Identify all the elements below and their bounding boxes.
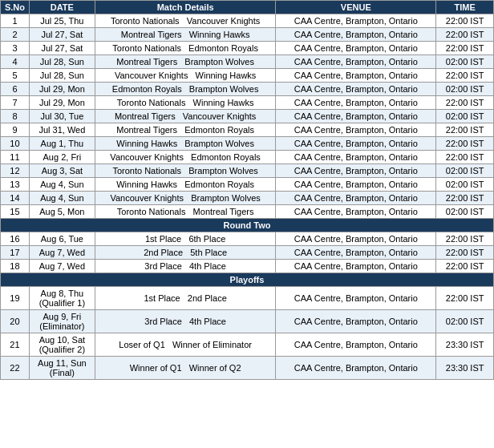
cell-sno: 15 bbox=[1, 205, 30, 219]
cell-venue: CAA Centre, Brampton, Ontario bbox=[276, 357, 436, 380]
cell-time: 02:00 IST bbox=[436, 83, 494, 96]
playoffs-header: Playoffs bbox=[1, 273, 494, 287]
cell-date: Jul 31, Wed bbox=[29, 123, 95, 137]
cell-venue: CAA Centre, Brampton, Ontario bbox=[276, 28, 436, 42]
table-row: 3 Jul 27, Sat Toronto Nationals Edmonton… bbox=[1, 42, 494, 55]
table-row: 19 Aug 8, Thu(Qualifier 1) 1st Place 2nd… bbox=[1, 287, 494, 310]
table-row: 2 Jul 27, Sat Montreal Tigers Winning Ha… bbox=[1, 28, 494, 42]
table-row: 4 Jul 28, Sun Montreal Tigers Brampton W… bbox=[1, 55, 494, 69]
cell-time: 02:00 IST bbox=[436, 178, 494, 192]
table-row: 13 Aug 4, Sun Winning Hawks Edmonton Roy… bbox=[1, 178, 494, 192]
table-row: 16 Aug 6, Tue 1st Place 6th Place CAA Ce… bbox=[1, 232, 494, 246]
cell-date: Jul 25, Thu bbox=[29, 14, 95, 28]
cell-venue: CAA Centre, Brampton, Ontario bbox=[276, 205, 436, 219]
cell-venue: CAA Centre, Brampton, Ontario bbox=[276, 42, 436, 55]
cell-date: Jul 27, Sat bbox=[29, 42, 95, 55]
cell-date: Aug 11, Sun(Final) bbox=[29, 357, 95, 380]
cell-time: 22:00 IST bbox=[436, 69, 494, 83]
cell-sno: 9 bbox=[1, 123, 30, 137]
cell-date: Jul 30, Tue bbox=[29, 110, 95, 123]
cell-date: Aug 4, Sun bbox=[29, 178, 95, 192]
cell-match: Vancouver Knights Edmonton Royals bbox=[95, 151, 276, 164]
cell-match: 1st Place 6th Place bbox=[95, 232, 276, 246]
cell-venue: CAA Centre, Brampton, Ontario bbox=[276, 55, 436, 69]
cell-time: 22:00 IST bbox=[436, 232, 494, 246]
cell-date-sub: (Qualifier 1) bbox=[39, 298, 85, 308]
cell-venue: CAA Centre, Brampton, Ontario bbox=[276, 192, 436, 205]
cell-time: 02:00 IST bbox=[436, 110, 494, 123]
cell-date: Aug 9, Fri(Eliminator) bbox=[29, 310, 95, 333]
cell-venue: CAA Centre, Brampton, Ontario bbox=[276, 123, 436, 137]
cell-match: Loser of Q1 Winner of Eliminator bbox=[95, 333, 276, 357]
cell-time: 22:00 IST bbox=[436, 123, 494, 137]
cell-date: Aug 1, Thu bbox=[29, 137, 95, 151]
table-row: 20 Aug 9, Fri(Eliminator) 3rd Place 4th … bbox=[1, 310, 494, 333]
cell-sno: 20 bbox=[1, 310, 30, 333]
cell-match: Montreal Tigers Vancouver Knights bbox=[95, 110, 276, 123]
cell-match: Montreal Tigers Edmonton Royals bbox=[95, 123, 276, 137]
cell-sno: 3 bbox=[1, 42, 30, 55]
table-row: 17 Aug 7, Wed 2nd Place 5th Place CAA Ce… bbox=[1, 246, 494, 260]
cell-sno: 13 bbox=[1, 178, 30, 192]
cell-time: 22:00 IST bbox=[436, 14, 494, 28]
cell-sno: 6 bbox=[1, 83, 30, 96]
cell-time: 22:00 IST bbox=[436, 42, 494, 55]
round-two-header: Round Two bbox=[1, 219, 494, 232]
cell-time: 23:30 IST bbox=[436, 357, 494, 380]
cell-sno: 1 bbox=[1, 14, 30, 28]
cell-date: Aug 6, Tue bbox=[29, 232, 95, 246]
cell-venue: CAA Centre, Brampton, Ontario bbox=[276, 232, 436, 246]
cell-match: 3rd Place 4th Place bbox=[95, 310, 276, 333]
cell-sno: 12 bbox=[1, 164, 30, 178]
table-row: 7 Jul 29, Mon Toronto Nationals Winning … bbox=[1, 96, 494, 110]
table-row: 6 Jul 29, Mon Edmonton Royals Brampton W… bbox=[1, 83, 494, 96]
cell-match: Toronto Nationals Vancouver Knights bbox=[95, 14, 276, 28]
cell-date: Jul 29, Mon bbox=[29, 96, 95, 110]
cell-match: Toronto Nationals Winning Hawks bbox=[95, 96, 276, 110]
cell-match: Winning Hawks Brampton Wolves bbox=[95, 137, 276, 151]
cell-venue: CAA Centre, Brampton, Ontario bbox=[276, 83, 436, 96]
cell-venue: CAA Centre, Brampton, Ontario bbox=[276, 260, 436, 273]
table-row: 12 Aug 3, Sat Toronto Nationals Brampton… bbox=[1, 164, 494, 178]
cell-sno: 16 bbox=[1, 232, 30, 246]
cell-match: Edmonton Royals Brampton Wolves bbox=[95, 83, 276, 96]
cell-time: 22:00 IST bbox=[436, 246, 494, 260]
cell-date: Aug 2, Fri bbox=[29, 151, 95, 164]
header-match: Match Details bbox=[95, 1, 276, 14]
cell-sno: 11 bbox=[1, 151, 30, 164]
table-row: 21 Aug 10, Sat(Qualifier 2) Loser of Q1 … bbox=[1, 333, 494, 357]
cell-time: 02:00 IST bbox=[436, 164, 494, 178]
cell-sno: 18 bbox=[1, 260, 30, 273]
cell-match: Montreal Tigers Winning Hawks bbox=[95, 28, 276, 42]
cell-sno: 5 bbox=[1, 69, 30, 83]
cell-date-sub: (Final) bbox=[50, 368, 75, 377]
cell-sno: 4 bbox=[1, 55, 30, 69]
table-row: 22 Aug 11, Sun(Final) Winner of Q1 Winne… bbox=[1, 357, 494, 380]
cell-time: 22:00 IST bbox=[436, 287, 494, 310]
cell-match: Winner of Q1 Winner of Q2 bbox=[95, 357, 276, 380]
cell-venue: CAA Centre, Brampton, Ontario bbox=[276, 164, 436, 178]
cell-sno: 17 bbox=[1, 246, 30, 260]
header-date: DATE bbox=[29, 1, 95, 14]
cell-match: 2nd Place 5th Place bbox=[95, 246, 276, 260]
cell-venue: CAA Centre, Brampton, Ontario bbox=[276, 14, 436, 28]
header-time: TIME bbox=[436, 1, 494, 14]
table-row: 10 Aug 1, Thu Winning Hawks Brampton Wol… bbox=[1, 137, 494, 151]
cell-match: Montreal Tigers Brampton Wolves bbox=[95, 55, 276, 69]
cell-date: Aug 3, Sat bbox=[29, 164, 95, 178]
header-sno: S.No bbox=[1, 1, 30, 14]
table-row: 8 Jul 30, Tue Montreal Tigers Vancouver … bbox=[1, 110, 494, 123]
cell-date-sub: (Eliminator) bbox=[39, 321, 84, 331]
cell-match: Toronto Nationals Montreal Tigers bbox=[95, 205, 276, 219]
cell-venue: CAA Centre, Brampton, Ontario bbox=[276, 69, 436, 83]
cell-time: 23:30 IST bbox=[436, 333, 494, 357]
cell-time: 02:00 IST bbox=[436, 55, 494, 69]
cell-time: 22:00 IST bbox=[436, 28, 494, 42]
cell-date: Jul 29, Mon bbox=[29, 83, 95, 96]
cell-sno: 19 bbox=[1, 287, 30, 310]
table-row: 1 Jul 25, Thu Toronto Nationals Vancouve… bbox=[1, 14, 494, 28]
cell-time: 22:00 IST bbox=[436, 151, 494, 164]
cell-date: Aug 8, Thu(Qualifier 1) bbox=[29, 287, 95, 310]
cell-match: Winning Hawks Edmonton Royals bbox=[95, 178, 276, 192]
cell-sno: 10 bbox=[1, 137, 30, 151]
